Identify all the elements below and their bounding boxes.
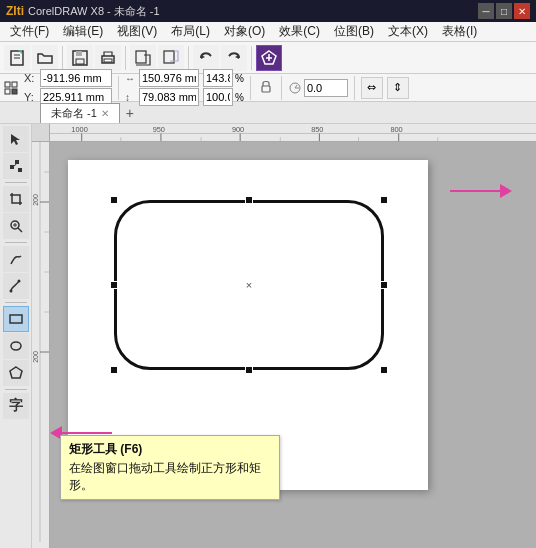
h-icon: ↕ — [125, 92, 137, 103]
handle-top-center[interactable] — [245, 196, 253, 204]
svg-marker-36 — [10, 367, 22, 378]
svg-rect-8 — [104, 59, 112, 62]
minimize-button[interactable]: ─ — [478, 3, 494, 19]
svg-rect-34 — [10, 315, 22, 323]
arrow-right-head — [500, 184, 512, 198]
svg-rect-17 — [12, 82, 17, 87]
handle-top-left[interactable] — [110, 196, 118, 204]
app-title: CorelDRAW X8 - 未命名 -1 — [28, 4, 160, 19]
svg-text:200: 200 — [32, 194, 39, 206]
svg-marker-24 — [11, 134, 20, 145]
special-button[interactable] — [256, 45, 282, 71]
select-tool-button[interactable] — [3, 126, 29, 152]
size-group: ↔ ↕ — [125, 69, 199, 106]
new-tab-button[interactable]: + — [120, 103, 140, 123]
open-button[interactable] — [32, 45, 58, 71]
polygon-tool-button[interactable] — [3, 360, 29, 386]
maximize-button[interactable]: □ — [496, 3, 512, 19]
handle-bottom-right[interactable] — [380, 366, 388, 374]
height-input[interactable] — [139, 88, 199, 106]
crop-tool-button[interactable] — [3, 186, 29, 212]
width-input[interactable] — [139, 69, 199, 87]
toolbox: 字 — [0, 124, 32, 548]
save-button[interactable] — [67, 45, 93, 71]
property-bar: X: Y: ↔ ↕ % % — [0, 74, 536, 102]
svg-text:1000: 1000 — [71, 126, 88, 133]
menu-file[interactable]: 文件(F) — [4, 21, 55, 42]
svg-point-35 — [11, 342, 21, 350]
tab-close-icon[interactable]: ✕ — [101, 108, 109, 119]
lock-ratio-button[interactable] — [257, 79, 275, 97]
ruler-left: 200 200 — [32, 142, 50, 548]
menu-bitmap[interactable]: 位图(B) — [328, 21, 380, 42]
tool-sep-4 — [5, 389, 27, 390]
close-button[interactable]: ✕ — [514, 3, 530, 19]
svg-text:800: 800 — [390, 126, 402, 133]
node-tool-button[interactable] — [3, 153, 29, 179]
tab-bar: 未命名 -1 ✕ + — [0, 102, 536, 124]
handle-middle-right[interactable] — [380, 281, 388, 289]
new-button[interactable] — [4, 45, 30, 71]
x-label: X: — [24, 72, 38, 84]
mirror-h-button[interactable]: ⇔ — [361, 77, 383, 99]
arrow-right-annotation — [450, 184, 512, 198]
menu-effects[interactable]: 效果(C) — [273, 21, 326, 42]
angle-input[interactable] — [304, 79, 348, 97]
handle-bottom-center[interactable] — [245, 366, 253, 374]
menu-edit[interactable]: 编辑(E) — [57, 21, 109, 42]
svg-rect-27 — [18, 168, 22, 172]
menu-object[interactable]: 对象(O) — [218, 21, 271, 42]
svg-rect-6 — [76, 59, 84, 64]
menu-table[interactable]: 表格(I) — [436, 21, 483, 42]
arrow-left-line — [62, 432, 112, 434]
handle-top-right[interactable] — [380, 196, 388, 204]
tooltip-description: 在绘图窗口拖动工具绘制正方形和矩形。 — [69, 460, 271, 494]
import-button[interactable] — [130, 45, 156, 71]
menu-view[interactable]: 视图(V) — [111, 21, 163, 42]
toolbar-sep-1 — [62, 46, 63, 70]
ruler-corner — [32, 124, 50, 142]
freehand-tool-button[interactable] — [3, 246, 29, 272]
pct2-symbol: % — [235, 92, 244, 103]
handle-middle-left[interactable] — [110, 281, 118, 289]
undo-button[interactable] — [193, 45, 219, 71]
arrow-right-line — [450, 190, 500, 192]
prop-sep-1 — [118, 76, 119, 100]
menu-layout[interactable]: 布局(L) — [165, 21, 216, 42]
canvas-area[interactable]: 1000 950 900 850 800 — [32, 124, 536, 548]
export-button[interactable] — [158, 45, 184, 71]
window-controls: ─ □ ✕ — [478, 3, 530, 19]
shape-container[interactable]: × — [114, 200, 384, 370]
scale-x-input[interactable] — [203, 69, 233, 87]
position-group: X: Y: — [24, 69, 112, 106]
redo-button[interactable] — [221, 45, 247, 71]
rounded-rect-shape[interactable]: × — [114, 200, 384, 370]
tooltip: 矩形工具 (F6) 在绘图窗口拖动工具绘制正方形和矩形。 — [60, 435, 280, 500]
tool-sep-3 — [5, 302, 27, 303]
svg-rect-20 — [262, 86, 270, 92]
angle-group — [288, 79, 348, 97]
toolbar-sep-4 — [251, 46, 252, 70]
svg-line-29 — [18, 228, 22, 232]
menu-bar: 文件(F) 编辑(E) 视图(V) 布局(L) 对象(O) 效果(C) 位图(B… — [0, 22, 536, 42]
main-area: 字 1000 950 900 85 — [0, 124, 536, 548]
rectangle-tool-button[interactable] — [3, 306, 29, 332]
coord-icon — [4, 81, 18, 95]
text-tool-button[interactable]: 字 — [3, 393, 29, 419]
zoom-tool-button[interactable] — [3, 213, 29, 239]
text-tool-icon: 字 — [9, 397, 23, 415]
pen-tool-button[interactable] — [3, 273, 29, 299]
prop-sep-4 — [354, 76, 355, 100]
x-input[interactable] — [40, 69, 112, 87]
print-button[interactable] — [95, 45, 121, 71]
menu-text[interactable]: 文本(X) — [382, 21, 434, 42]
tab-document[interactable]: 未命名 -1 ✕ — [40, 103, 120, 123]
svg-rect-5 — [76, 51, 82, 56]
tool-sep-1 — [5, 182, 27, 183]
handle-bottom-left[interactable] — [110, 366, 118, 374]
pct1-symbol: % — [235, 73, 244, 84]
mirror-v-button[interactable]: ⇕ — [387, 77, 409, 99]
ellipse-tool-button[interactable] — [3, 333, 29, 359]
scale-y-input[interactable] — [203, 88, 233, 106]
w-icon: ↔ — [125, 73, 137, 84]
